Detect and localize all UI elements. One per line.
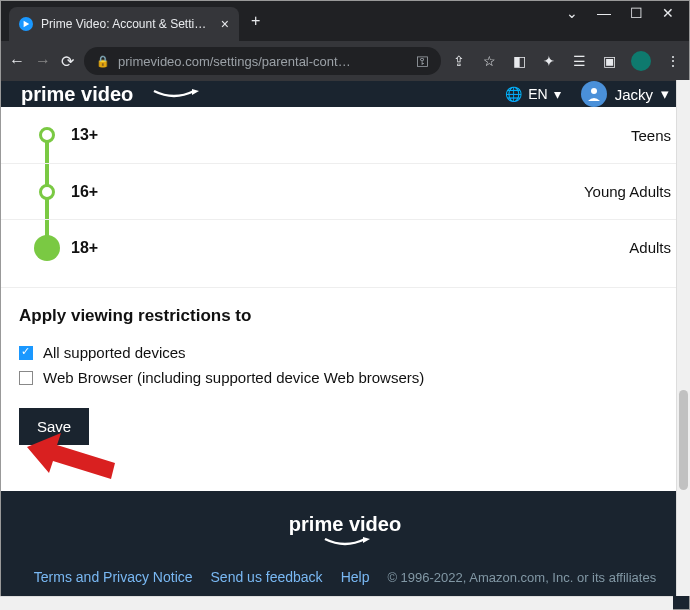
menu-icon[interactable]: ⋮ <box>665 53 681 69</box>
svg-marker-0 <box>24 21 30 27</box>
checkbox-label: Web Browser (including supported device … <box>43 369 424 386</box>
svg-marker-3 <box>363 537 370 543</box>
panel-icon[interactable]: ▣ <box>601 53 617 69</box>
rating-node-icon[interactable] <box>34 235 60 261</box>
puzzle-icon[interactable]: ✦ <box>541 53 557 69</box>
amazon-smile-icon <box>139 89 209 101</box>
prime-video-logo[interactable]: prime video <box>21 86 209 102</box>
rating-row[interactable]: 13+ Teens <box>1 107 689 163</box>
rating-category: Adults <box>629 239 671 256</box>
svg-point-2 <box>591 88 597 94</box>
key-icon[interactable]: ⚿ <box>416 54 429 69</box>
rating-row[interactable]: 16+ Young Adults <box>1 163 689 219</box>
globe-icon: 🌐 <box>505 86 522 102</box>
restrictions-heading: Apply viewing restrictions to <box>19 306 671 326</box>
extension-icon[interactable]: ◧ <box>511 53 527 69</box>
checkbox-icon[interactable] <box>19 371 33 385</box>
copyright-text: © 1996-2022, Amazon.com, Inc. or its aff… <box>387 570 656 585</box>
rating-label: 16+ <box>71 183 98 201</box>
checkbox-label: All supported devices <box>43 344 186 361</box>
save-button[interactable]: Save <box>19 408 89 445</box>
restrictions-section: Apply viewing restrictions to All suppor… <box>1 287 689 463</box>
footer-logo[interactable]: prime video <box>1 515 689 551</box>
chevron-down-icon: ▾ <box>554 86 561 102</box>
share-icon[interactable]: ⇪ <box>451 53 467 69</box>
avatar-icon <box>581 81 607 107</box>
profile-icon[interactable] <box>631 51 651 71</box>
window-dropdown-icon[interactable]: ⌄ <box>565 5 579 21</box>
checkbox-row[interactable]: All supported devices <box>19 344 671 361</box>
amazon-smile-icon <box>310 537 380 549</box>
tab-title: Prime Video: Account & Settings <box>41 17 213 31</box>
footer-link[interactable]: Terms and Privacy Notice <box>34 569 193 585</box>
horizontal-scrollbar[interactable] <box>0 596 673 610</box>
checkbox-row[interactable]: Web Browser (including supported device … <box>19 369 671 386</box>
url-field[interactable]: 🔒 primevideo.com/settings/parental-cont…… <box>84 47 441 75</box>
reload-icon[interactable]: ⟳ <box>61 52 74 71</box>
rating-label: 18+ <box>71 239 98 257</box>
browser-title-bar: Prime Video: Account & Settings × + ⌄ — … <box>1 1 689 41</box>
close-tab-icon[interactable]: × <box>221 16 229 32</box>
lock-icon: 🔒 <box>96 55 110 68</box>
rating-node-icon[interactable] <box>39 184 55 200</box>
reading-list-icon[interactable]: ☰ <box>571 53 587 69</box>
address-bar: ← → ⟳ 🔒 primevideo.com/settings/parental… <box>1 41 689 81</box>
browser-tab[interactable]: Prime Video: Account & Settings × <box>9 7 239 41</box>
window-maximize-icon[interactable]: ☐ <box>629 5 643 21</box>
new-tab-button[interactable]: + <box>251 12 260 30</box>
site-header: prime video 🌐 EN ▾ Jacky ▾ <box>1 81 689 107</box>
window-minimize-icon[interactable]: — <box>597 5 611 21</box>
language-selector[interactable]: 🌐 EN ▾ <box>505 86 560 102</box>
chevron-down-icon: ▾ <box>661 85 669 103</box>
footer-link[interactable]: Send us feedback <box>211 569 323 585</box>
account-menu[interactable]: Jacky ▾ <box>581 81 669 107</box>
checkbox-icon[interactable] <box>19 346 33 360</box>
nav-back-icon[interactable]: ← <box>9 52 25 70</box>
rating-label: 13+ <box>71 126 98 144</box>
rating-list: 13+ Teens 16+ Young Adults 18+ Adults <box>1 107 689 275</box>
nav-forward-icon[interactable]: → <box>35 52 51 70</box>
rating-category: Teens <box>631 127 671 144</box>
rating-category: Young Adults <box>584 183 671 200</box>
window-close-icon[interactable]: ✕ <box>661 5 675 21</box>
favicon-icon <box>19 17 33 31</box>
svg-marker-1 <box>192 89 199 95</box>
star-icon[interactable]: ☆ <box>481 53 497 69</box>
rating-row[interactable]: 18+ Adults <box>1 219 689 275</box>
footer-link[interactable]: Help <box>341 569 370 585</box>
site-footer: prime video Terms and Privacy NoticeSend… <box>1 491 689 609</box>
vertical-scrollbar[interactable] <box>676 80 690 596</box>
rating-node-icon[interactable] <box>39 127 55 143</box>
